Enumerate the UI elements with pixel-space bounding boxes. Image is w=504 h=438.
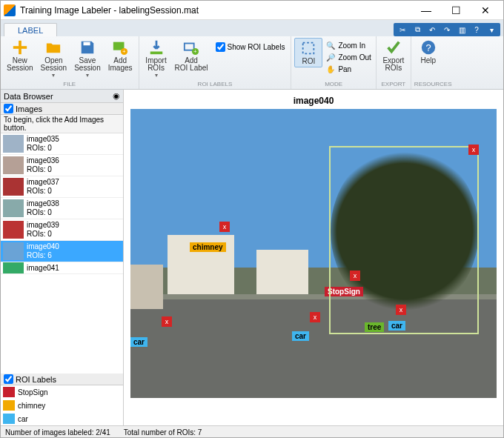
pan-icon: ✋ — [325, 64, 336, 74]
list-item-label: image040ROIs: 6 — [27, 242, 59, 260]
delete-roi-icon[interactable]: x — [396, 305, 406, 315]
status-labeled-count: Number of images labeled: 2/41 — [5, 428, 110, 437]
color-swatch-icon — [3, 414, 15, 424]
list-item-label: image036ROIs: 0 — [27, 156, 59, 174]
ribbon-group-export: Export ROIs EXPORT — [377, 36, 411, 89]
list-item-label: image041 — [27, 264, 59, 273]
roi-label-tag[interactable]: car — [130, 337, 147, 347]
quick-access-toolbar: ✂ ⧉ ↶ ↷ ▥ ? ▾ — [394, 23, 500, 36]
thumbnail-icon — [3, 199, 24, 217]
ribbon-group-roilabels: Import ROIs▾ + Add ROI Label Show ROI La… — [139, 36, 292, 89]
delete-roi-icon[interactable]: x — [310, 312, 320, 322]
save-icon — [79, 39, 96, 56]
list-item[interactable]: image036ROIs: 0 — [1, 155, 123, 176]
save-session-button[interactable]: Save Session▾ — [71, 38, 104, 80]
close-button[interactable]: ✕ — [471, 1, 500, 19]
help-button[interactable]: ? Help — [414, 38, 442, 66]
roi-label-item[interactable]: chimney — [1, 399, 123, 412]
image-list[interactable]: image035ROIs: 0image036ROIs: 0image037RO… — [1, 133, 123, 374]
pan-button[interactable]: ✋Pan — [324, 63, 372, 75]
images-section-checkbox[interactable] — [4, 104, 13, 113]
svg-rect-6 — [150, 52, 162, 55]
list-item[interactable]: image040ROIs: 6 — [1, 241, 123, 262]
roi-label-list[interactable]: StopSignchimneycar — [1, 385, 123, 425]
list-item[interactable]: image038ROIs: 0 — [1, 198, 123, 219]
add-label-icon: + — [183, 39, 199, 56]
qat-more-icon[interactable]: ▾ — [485, 24, 498, 36]
qat-copy-icon[interactable]: ⧉ — [411, 24, 424, 36]
roi-label-tag[interactable]: car — [292, 331, 309, 341]
qat-help-icon[interactable]: ? — [470, 24, 483, 36]
import-rois-button[interactable]: Import ROIs▾ — [142, 38, 170, 80]
ribbon-group-file: New Session Open Session▾ Save Session▾ … — [1, 36, 139, 89]
window-title: Training Image Labeler - labelingSession… — [20, 5, 411, 16]
titlebar: Training Image Labeler - labelingSession… — [1, 1, 503, 20]
svg-text:+: + — [122, 48, 125, 55]
hint-text: To begin, click the Add Images button. — [1, 115, 123, 133]
maximize-button[interactable]: ☐ — [441, 1, 471, 19]
svg-rect-7 — [185, 44, 194, 50]
add-images-icon: + — [112, 39, 128, 56]
help-icon: ? — [420, 39, 437, 56]
qat-layout-icon[interactable]: ▥ — [455, 24, 468, 36]
ribbon-group-mode: ROI 🔍Zoom In 🔎Zoom Out ✋Pan MODE — [291, 36, 376, 89]
status-roi-count: Total number of ROIs: 7 — [124, 428, 202, 437]
collapse-icon[interactable]: ◉ — [113, 91, 120, 101]
list-item-label: image035ROIs: 0 — [27, 135, 59, 153]
tab-label[interactable]: LABEL — [4, 23, 57, 36]
roi-label-item[interactable]: StopSign — [1, 385, 123, 399]
show-roi-labels-checkbox[interactable]: Show ROI Labels — [213, 38, 288, 56]
thumbnail-icon — [3, 262, 24, 274]
roi-label-tag[interactable]: car — [388, 321, 405, 331]
list-item[interactable]: image041 — [1, 262, 123, 274]
export-check-icon — [385, 39, 402, 56]
add-images-button[interactable]: + Add Images — [105, 38, 136, 73]
ribbon-group-resources: ? Help RESOURCES — [411, 36, 455, 89]
zoom-out-button[interactable]: 🔎Zoom Out — [324, 51, 372, 63]
list-item[interactable]: image039ROIs: 0 — [1, 219, 123, 241]
color-swatch-icon — [3, 400, 15, 411]
roi-label-tag[interactable]: tree — [365, 322, 384, 332]
roi-section-header[interactable]: ROI Labels — [1, 374, 123, 385]
data-browser-header: Data Browser ◉ — [1, 90, 123, 103]
zoom-out-icon: 🔎 — [325, 52, 336, 62]
roi-label-name: chimney — [18, 402, 45, 410]
qat-undo-icon[interactable]: ↶ — [425, 24, 439, 36]
open-session-button[interactable]: Open Session▾ — [38, 38, 70, 80]
svg-rect-10 — [303, 43, 314, 54]
list-item[interactable]: image035ROIs: 0 — [1, 133, 123, 155]
current-image-name: image040 — [291, 93, 337, 109]
delete-roi-icon[interactable]: x — [468, 145, 479, 155]
svg-text:+: + — [193, 48, 196, 55]
color-swatch-icon — [3, 387, 15, 397]
svg-text:?: ? — [425, 42, 431, 53]
add-roi-label-button[interactable]: + Add ROI Label — [172, 38, 211, 73]
ribbon-tab-row: LABEL ✂ ⧉ ↶ ↷ ▥ ? ▾ — [1, 20, 503, 36]
import-icon — [148, 39, 165, 56]
roi-section-checkbox[interactable] — [4, 374, 13, 384]
status-bar: Number of images labeled: 2/41 Total num… — [1, 425, 503, 438]
new-session-button[interactable]: New Session — [4, 38, 36, 73]
list-item[interactable]: image037ROIs: 0 — [1, 176, 123, 198]
zoom-in-button[interactable]: 🔍Zoom In — [324, 39, 372, 51]
roi-label-tag[interactable]: chimney — [190, 242, 226, 252]
export-rois-button[interactable]: Export ROIs — [379, 38, 408, 73]
image-canvas[interactable]: chimneyxStopSignxtreexcarxcarxcarx — [130, 109, 497, 398]
minimize-button[interactable]: — — [411, 1, 441, 19]
images-section-header[interactable]: Images — [1, 103, 123, 115]
qat-cut-icon[interactable]: ✂ — [396, 24, 409, 36]
plus-icon — [12, 39, 28, 56]
delete-roi-icon[interactable]: x — [219, 222, 230, 232]
show-roi-checkbox-input[interactable] — [216, 42, 225, 52]
thumbnail-icon — [3, 178, 24, 196]
zoom-in-icon: 🔍 — [325, 40, 336, 50]
thumbnail-icon — [3, 242, 24, 260]
thumbnail-icon — [3, 221, 24, 239]
roi-label-name: car — [18, 415, 28, 423]
list-item-label: image038ROIs: 0 — [27, 199, 59, 217]
roi-mode-button[interactable]: ROI — [294, 38, 322, 67]
delete-roi-icon[interactable]: x — [162, 316, 172, 327]
roi-label-item[interactable]: car — [1, 412, 123, 425]
qat-redo-icon[interactable]: ↷ — [440, 24, 454, 36]
data-browser-panel: Data Browser ◉ Images To begin, click th… — [1, 90, 124, 425]
